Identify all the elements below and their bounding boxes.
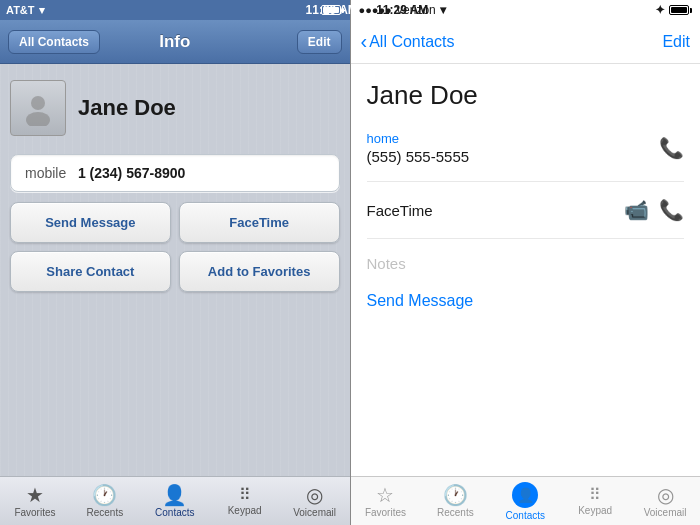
contacts-icon-left: 👤: [162, 485, 187, 505]
facetime-label: FaceTime: [367, 202, 433, 219]
star-icon: ★: [26, 485, 44, 505]
tab-contacts-right[interactable]: 👤 Contacts: [490, 477, 560, 525]
bluetooth-icon: ✦: [655, 3, 665, 17]
tab-keypad-label-left: Keypad: [228, 505, 262, 516]
left-status-left: AT&T ▾: [6, 4, 45, 17]
clock-icon-left: 🕐: [92, 485, 117, 505]
tab-keypad-label-right: Keypad: [578, 505, 612, 516]
wifi-icon: ▾: [39, 4, 45, 17]
contact-name-left: Jane Doe: [78, 95, 176, 121]
phone-icon-facetime[interactable]: 📞: [659, 198, 684, 222]
tab-contacts-label-left: Contacts: [155, 507, 194, 518]
home-phone-value: (555) 555-5555: [367, 148, 470, 165]
facetime-icons: 📹 📞: [624, 198, 684, 222]
home-label: home: [367, 131, 470, 146]
home-phone-row: home (555) 555-5555 📞: [367, 131, 685, 182]
send-message-button-right[interactable]: Send Message: [367, 292, 685, 310]
phone-icon[interactable]: 📞: [659, 136, 684, 160]
tab-contacts-label-right: Contacts: [506, 510, 545, 521]
all-contacts-button[interactable]: All Contacts: [8, 30, 100, 54]
keypad-icon-left: ⠿: [239, 487, 250, 503]
contact-header-left: Jane Doe: [10, 74, 340, 142]
right-nav-bar: ‹ All Contacts Edit: [351, 20, 701, 64]
wifi-icon-right: ▾: [440, 3, 446, 17]
avatar-left: [10, 80, 66, 136]
phone-number-left: 1 (234) 567-8900: [78, 165, 185, 181]
screen-container: AT&T ▾ 11:29 AM All Contacts Info Edit: [0, 0, 700, 525]
keypad-icon-right: ⠿: [589, 487, 601, 503]
right-status-bar: ●●●●● Verizon ▾ 11:29 AM ✦: [351, 0, 701, 20]
right-content: Jane Doe home (555) 555-5555 📞 FaceTime …: [351, 64, 701, 476]
facetime-button-left[interactable]: FaceTime: [179, 202, 340, 243]
left-nav-bar: All Contacts Info Edit: [0, 20, 350, 64]
tab-recents-right[interactable]: 🕐 Recents: [420, 477, 490, 525]
video-icon[interactable]: 📹: [624, 198, 649, 222]
star-icon-right: ☆: [376, 485, 394, 505]
action-grid: Send Message FaceTime Share Contact Add …: [10, 202, 340, 292]
left-status-bar: AT&T ▾ 11:29 AM: [0, 0, 350, 20]
tab-keypad-right[interactable]: ⠿ Keypad: [560, 477, 630, 525]
edit-button-left[interactable]: Edit: [297, 30, 342, 54]
tab-recents-label-right: Recents: [437, 507, 474, 518]
tab-favorites-label-left: Favorites: [14, 507, 55, 518]
right-status-right: ✦: [655, 3, 692, 17]
contact-name-right: Jane Doe: [367, 80, 685, 111]
voicemail-icon-right: ◎: [657, 485, 674, 505]
edit-button-right[interactable]: Edit: [662, 33, 690, 51]
svg-point-1: [26, 112, 50, 126]
tab-voicemail-left[interactable]: ◎ Voicemail: [280, 477, 350, 525]
phone-row-left[interactable]: mobile 1 (234) 567-8900: [10, 154, 340, 192]
right-panel: ●●●●● Verizon ▾ 11:29 AM ✦ ‹ All Contact…: [351, 0, 701, 525]
voicemail-icon-left: ◎: [306, 485, 323, 505]
right-time: 11:29 AM: [376, 3, 428, 17]
left-content: Jane Doe mobile 1 (234) 567-8900 Send Me…: [0, 64, 350, 476]
clock-icon-right: 🕐: [443, 485, 468, 505]
left-panel: AT&T ▾ 11:29 AM All Contacts Info Edit: [0, 0, 350, 525]
person-icon: [20, 90, 56, 126]
chevron-left-icon: ‹: [361, 30, 368, 53]
contacts-inner-icon: 👤: [517, 487, 534, 503]
left-nav-title: Info: [159, 32, 190, 52]
facetime-row: FaceTime 📹 📞: [367, 198, 685, 239]
home-phone-text: home (555) 555-5555: [367, 131, 470, 165]
tab-recents-left[interactable]: 🕐 Recents: [70, 477, 140, 525]
tab-voicemail-label-right: Voicemail: [644, 507, 687, 518]
tab-voicemail-right[interactable]: ◎ Voicemail: [630, 477, 700, 525]
tab-favorites-right[interactable]: ☆ Favorites: [351, 477, 421, 525]
svg-point-0: [31, 96, 45, 110]
phone-call-icons: 📞: [659, 136, 684, 160]
battery-icon-right: [669, 5, 692, 15]
left-tab-bar: ★ Favorites 🕐 Recents 👤 Contacts ⠿ Keypa…: [0, 476, 350, 525]
phone-label-left: mobile: [25, 165, 66, 181]
tab-favorites-label-right: Favorites: [365, 507, 406, 518]
share-contact-button[interactable]: Share Contact: [10, 251, 171, 292]
tab-recents-label-left: Recents: [87, 507, 124, 518]
contacts-circle-icon: 👤: [512, 482, 538, 508]
tab-keypad-left[interactable]: ⠿ Keypad: [210, 477, 280, 525]
tab-voicemail-label-left: Voicemail: [293, 507, 336, 518]
add-to-favorites-button[interactable]: Add to Favorites: [179, 251, 340, 292]
left-carrier: AT&T: [6, 4, 35, 16]
back-button-right[interactable]: ‹ All Contacts: [361, 30, 455, 53]
notes-placeholder: Notes: [367, 255, 685, 272]
send-message-button-left[interactable]: Send Message: [10, 202, 171, 243]
right-tab-bar: ☆ Favorites 🕐 Recents 👤 Contacts ⠿ Keypa…: [351, 476, 701, 525]
left-time: 11:29 AM: [306, 3, 358, 17]
tab-contacts-left[interactable]: 👤 Contacts: [140, 477, 210, 525]
all-contacts-label-right: All Contacts: [369, 33, 454, 51]
tab-favorites-left[interactable]: ★ Favorites: [0, 477, 70, 525]
